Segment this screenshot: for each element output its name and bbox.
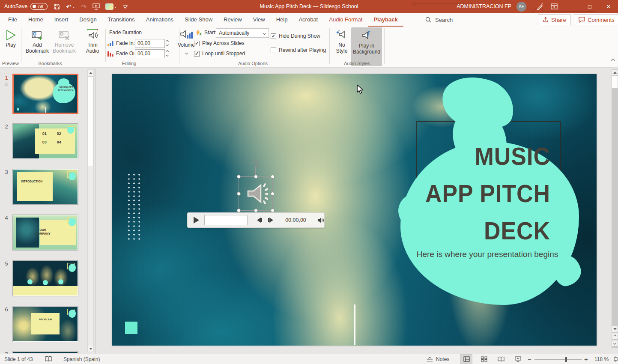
tab-playback[interactable]: Playback — [368, 13, 403, 27]
scrollbar-thumb[interactable] — [612, 76, 618, 88]
ribbon-tabs: File Home Insert Design Transitions Anim… — [3, 13, 403, 27]
comments-label: Comments — [588, 17, 615, 23]
share-button[interactable]: Share — [538, 14, 571, 25]
teal-square-shape[interactable] — [125, 322, 137, 334]
resize-handle[interactable] — [254, 175, 258, 179]
slide-thumbnail-4[interactable]: OUR COMPANY — [12, 215, 78, 251]
thumbnail-scrollbar[interactable] — [87, 69, 94, 352]
slide-number: 4 — [3, 215, 10, 221]
scroll-up-button[interactable] — [612, 70, 618, 75]
checkbox-loop-until-stopped[interactable]: ✓ Loop until Stopped — [194, 51, 245, 57]
fit-slide-button[interactable] — [610, 355, 618, 364]
tab-help[interactable]: Help — [271, 13, 293, 27]
player-back-button[interactable] — [257, 218, 262, 223]
toc-number: 02 — [57, 131, 68, 136]
fade-out-spinner[interactable] — [166, 51, 168, 56]
share-label: Share — [551, 17, 566, 23]
slide-counter[interactable]: Slide 1 of 43 — [4, 354, 33, 364]
maximize-button[interactable]: □ — [580, 0, 599, 13]
ribbon-display-options-button[interactable] — [547, 0, 561, 13]
checkbox-play-across-slides[interactable]: ✓ Play Across Slides — [194, 40, 245, 46]
tab-insert[interactable]: Insert — [49, 13, 74, 27]
zoom-in-button[interactable]: + — [584, 354, 588, 364]
slide-thumbnail-1[interactable]: MUSIC APP PITCH DECK — [12, 74, 78, 114]
reading-view-button[interactable] — [496, 355, 507, 364]
collapse-ribbon-button[interactable] — [612, 56, 615, 64]
search-box[interactable]: Search — [425, 13, 453, 27]
start-row: Start: — [195, 29, 217, 36]
tab-audio-format[interactable]: Audio Format — [323, 13, 368, 27]
comments-button[interactable]: Comments — [574, 14, 618, 25]
scroll-down-button[interactable] — [88, 346, 93, 352]
play-in-background-button[interactable]: Play in Background — [351, 27, 382, 66]
resize-handle[interactable] — [271, 175, 275, 179]
add-bookmark-button[interactable]: Add Bookmark — [25, 27, 50, 54]
no-style-button[interactable]: No Style — [333, 27, 350, 54]
resize-handle[interactable] — [237, 209, 241, 212]
player-forward-button[interactable] — [268, 218, 273, 223]
resize-handle[interactable] — [271, 209, 275, 212]
tab-acrobat[interactable]: Acrobat — [293, 13, 323, 27]
tab-file[interactable]: File — [3, 13, 23, 27]
slide-subtitle[interactable]: Here is where your presentation begins — [402, 250, 573, 259]
slide-thumbnail-3[interactable]: INTRODUCTION — [12, 169, 78, 205]
volume-button[interactable]: Volume — [177, 27, 195, 55]
next-slide-button[interactable] — [612, 340, 618, 346]
scrollbar-thumb[interactable] — [88, 76, 93, 166]
zoom-out-button[interactable]: − — [528, 354, 531, 364]
close-button[interactable]: ✕ — [599, 0, 618, 13]
avatar[interactable]: AF — [516, 2, 526, 12]
tab-transitions[interactable]: Transitions — [102, 13, 140, 27]
play-button[interactable]: Play — [3, 27, 19, 48]
resize-handle[interactable] — [271, 192, 275, 196]
zoom-slider-thumb[interactable] — [565, 357, 567, 362]
slide-thumbnail-6[interactable]: PROBLEM — [12, 306, 78, 342]
trim-audio-button[interactable]: Trim Audio — [82, 27, 103, 54]
slide-canvas-area: MUSIC APP PITCH DECK Here is where your … — [96, 68, 612, 354]
rotate-handle[interactable] — [251, 159, 260, 168]
zoom-level[interactable]: 118 % — [594, 354, 609, 364]
spellcheck-button[interactable] — [45, 354, 52, 364]
language-indicator[interactable]: Spanish (Spain) — [63, 354, 100, 364]
resize-handle[interactable] — [237, 192, 241, 196]
fade-in-icon — [107, 40, 114, 46]
start-dropdown[interactable]: Automatically — [216, 28, 269, 38]
resize-handle[interactable] — [254, 209, 258, 212]
player-timeline[interactable] — [204, 215, 248, 225]
fade-out-field[interactable]: 00,00 — [135, 49, 165, 58]
player-volume-icon[interactable] — [317, 217, 324, 224]
scroll-up-button[interactable] — [88, 70, 93, 76]
volume-icon — [180, 28, 193, 41]
fade-in-field[interactable]: 00,00 — [135, 39, 165, 48]
slide-thumbnail-5[interactable] — [12, 260, 78, 296]
normal-view-button[interactable] — [461, 355, 472, 364]
slide-title[interactable]: MUSIC APP PITCH DECK — [393, 137, 550, 249]
fade-in-spinner[interactable] — [166, 40, 168, 46]
notes-button[interactable]: Notes — [427, 354, 449, 364]
tab-slide-show[interactable]: Slide Show — [179, 13, 218, 27]
canvas-scrollbar[interactable] — [612, 69, 618, 348]
minimize-button[interactable]: — — [561, 0, 580, 13]
previous-slide-button[interactable] — [612, 333, 618, 339]
selection-box[interactable] — [239, 176, 273, 211]
presenter-coach-button[interactable] — [532, 0, 547, 13]
remove-bookmark-button[interactable]: Remove Bookmark — [51, 27, 77, 54]
checkbox-rewind-after-playing[interactable]: Rewind after Playing — [271, 47, 326, 53]
tab-design[interactable]: Design — [74, 13, 102, 27]
tab-review[interactable]: Review — [218, 13, 248, 27]
account-name[interactable]: ADMINISTRACION FP — [457, 3, 511, 9]
titlebar: AutoSave Off ↶⌄ ↷ ⌄ Music App Pitch Deck… — [0, 0, 618, 13]
slide-sorter-button[interactable] — [478, 355, 490, 364]
tab-view[interactable]: View — [248, 13, 271, 27]
checkbox-hide-during-show[interactable]: ✓ Hide During Show — [271, 33, 320, 39]
tab-home[interactable]: Home — [23, 13, 49, 27]
slide-thumbnail-2[interactable]: 01 02 03 04 — [12, 123, 78, 159]
slide-thumbnail-7[interactable] — [12, 351, 78, 353]
tab-animations[interactable]: Animations — [140, 13, 179, 27]
zoom-slider[interactable] — [534, 359, 582, 360]
player-play-button[interactable] — [194, 217, 199, 224]
resize-handle[interactable] — [237, 175, 241, 179]
slideshow-view-button[interactable] — [512, 355, 523, 364]
slide-editor[interactable]: MUSIC APP PITCH DECK Here is where your … — [112, 74, 597, 346]
scroll-down-button[interactable] — [612, 326, 618, 332]
